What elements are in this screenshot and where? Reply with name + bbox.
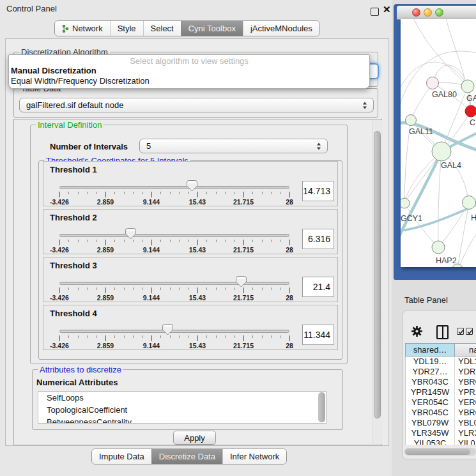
- checkbox-icon[interactable]: [457, 328, 464, 335]
- tab-jactivemnodules[interactable]: jActiveMNodules: [243, 21, 319, 36]
- cell-name: YLR3: [455, 428, 476, 438]
- slider-tick: [114, 288, 115, 290]
- tab-label: jActiveMNodules: [250, 24, 312, 33]
- table-row[interactable]: YDL19…YDL1: [406, 357, 476, 367]
- dropdown-hint: Select algorithm to view settings: [9, 56, 369, 66]
- algorithm-option[interactable]: Manual Discretization: [9, 66, 369, 76]
- slider-tick: [68, 192, 69, 194]
- settings-scroll-panel: Interval Definition Number of Intervals …: [13, 119, 382, 445]
- cell-name: YBR0: [455, 377, 476, 387]
- slider-tick: [234, 288, 235, 290]
- tab-select[interactable]: Select: [143, 21, 181, 36]
- num-intervals-combobox[interactable]: 5: [139, 139, 328, 153]
- attribute-list-item[interactable]: BetweennessCentrality: [38, 416, 326, 424]
- slider-tick: [225, 192, 226, 194]
- slider-tick: [124, 335, 125, 338]
- threshold-value-field[interactable]: 6.316: [302, 229, 334, 249]
- slider-tick: [170, 288, 171, 290]
- horizontal-scrollbar-track[interactable]: [404, 448, 476, 456]
- tab-cyni-toolbox[interactable]: Cyni Toolbox: [181, 21, 243, 36]
- slider-thumb[interactable]: [236, 276, 247, 288]
- zoom-traffic-light[interactable]: [435, 8, 443, 17]
- slider-thumb[interactable]: [162, 324, 173, 335]
- slider-tick: [234, 335, 235, 338]
- column-header-shared-name[interactable]: shared…: [406, 344, 455, 356]
- table-data-combobox[interactable]: galFiltered.sif default node: [19, 98, 374, 112]
- table-row[interactable]: YDR27…YDR2: [406, 367, 476, 377]
- table-row[interactable]: YER054CYER0: [406, 397, 476, 408]
- slider-tick: [289, 335, 290, 341]
- slider-track[interactable]: [59, 282, 289, 285]
- minimize-traffic-light[interactable]: [424, 8, 432, 17]
- slider-tick: [216, 192, 217, 194]
- slider-tick: [216, 335, 217, 338]
- slider-thumb[interactable]: [125, 228, 136, 240]
- slider-tick-label: 15.43: [189, 246, 206, 254]
- cell-name: YPR1: [455, 387, 476, 397]
- cell-shared-name: YBL079W: [406, 418, 455, 428]
- slider-tick: [151, 192, 152, 197]
- apply-button[interactable]: Apply: [173, 431, 216, 445]
- slider-track[interactable]: [59, 186, 289, 189]
- table-row[interactable]: YBL079WYBL0: [406, 418, 476, 428]
- network-node-gal4[interactable]: [432, 142, 451, 161]
- cell-name: YER0: [455, 397, 476, 408]
- tab-label: Select: [151, 24, 174, 33]
- tab-style[interactable]: Style: [110, 21, 143, 36]
- network-node-h[interactable]: [463, 196, 476, 210]
- network-window-titlebar[interactable]: [397, 6, 476, 20]
- cell-shared-name: YER054C: [406, 397, 455, 408]
- checkbox-icon[interactable]: [466, 328, 473, 335]
- slider-tick: [271, 192, 272, 194]
- network-node-ga[interactable]: [461, 80, 474, 93]
- column-header-name[interactable]: na: [455, 344, 476, 356]
- tab-label: Discretize Data: [159, 452, 215, 461]
- table-row[interactable]: YLR345WYLR3: [406, 428, 476, 438]
- tab-impute-data[interactable]: Impute Data: [92, 449, 151, 464]
- network-node-gcy1[interactable]: [401, 198, 410, 208]
- slider-track[interactable]: [59, 234, 289, 237]
- table-row[interactable]: YPR145WYPR1: [406, 387, 476, 397]
- close-traffic-light[interactable]: [412, 8, 420, 17]
- panel-scrollbar-thumb[interactable]: [374, 131, 381, 418]
- tab-infer-network[interactable]: Infer Network: [222, 449, 286, 464]
- slider-tick-label: 15.43: [189, 198, 206, 206]
- network-node-c[interactable]: [465, 105, 476, 117]
- node-label: GAL4: [441, 161, 461, 170]
- horizontal-scrollbar-thumb[interactable]: [405, 449, 470, 455]
- network-node-gal11[interactable]: [406, 115, 417, 126]
- list-scrollbar[interactable]: [318, 392, 325, 422]
- tab-discretize-data[interactable]: Discretize Data: [151, 449, 222, 464]
- close-icon[interactable]: ✕: [383, 4, 391, 15]
- table-panel-title: Table Panel: [404, 295, 448, 305]
- float-window-icon[interactable]: [371, 8, 379, 16]
- network-node-hap2[interactable]: [432, 241, 445, 254]
- table-row[interactable]: YIL053CYIL0: [406, 438, 476, 445]
- tab-network[interactable]: Network: [55, 21, 110, 36]
- table-row[interactable]: YBR043CYBR0: [406, 377, 476, 387]
- threshold-value-field[interactable]: 21.4: [302, 277, 334, 297]
- slider-tick: [142, 335, 143, 338]
- slider-tick: [179, 240, 180, 242]
- slider-track[interactable]: [59, 330, 289, 333]
- network-view-window: GAL80GACGAL11GAL4GCY1HHAP2: [394, 4, 476, 280]
- algorithm-option[interactable]: Equal Width/Frequency Discretization: [9, 76, 369, 86]
- table-row[interactable]: YBR045CYBR0: [406, 408, 476, 418]
- slider-tick: [114, 335, 115, 338]
- split-view-icon[interactable]: [436, 325, 449, 339]
- threshold-value-field[interactable]: 14.713: [302, 181, 334, 201]
- slider-tick: [252, 192, 253, 194]
- numerical-attributes-list[interactable]: SelfLoopsTopologicalCoefficientBetweenne…: [38, 391, 326, 424]
- slider-tick: [87, 335, 88, 338]
- attribute-list-item[interactable]: SelfLoops: [38, 392, 326, 404]
- threshold-value-field[interactable]: 11.344: [302, 325, 334, 345]
- slider-tick-label: 9.144: [143, 294, 160, 302]
- attribute-list-item[interactable]: TopologicalCoefficient: [38, 404, 326, 416]
- slider-tick: [216, 240, 217, 242]
- network-node-gal80[interactable]: [427, 77, 439, 89]
- network-canvas[interactable]: GAL80GACGAL11GAL4GCY1HHAP2: [401, 19, 476, 267]
- slider-tick: [280, 240, 281, 242]
- gear-icon[interactable]: [411, 325, 423, 337]
- slider-thumb[interactable]: [187, 180, 197, 192]
- slider-tick: [179, 335, 180, 338]
